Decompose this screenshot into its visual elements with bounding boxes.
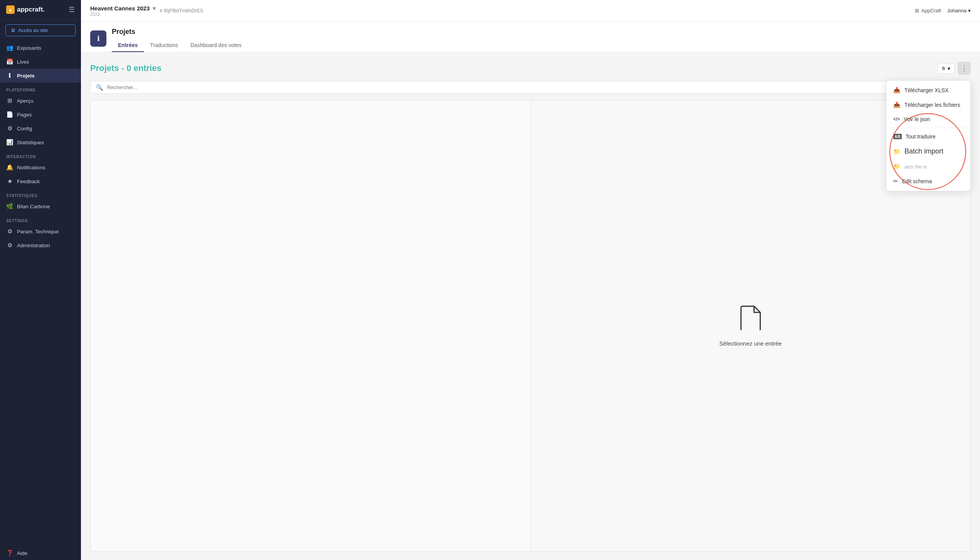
dropdown-telecharger-xlsx[interactable]: 📥 Télécharger XLSX <box>886 83 970 98</box>
empty-state: Sélectionnez une entrée <box>719 305 782 347</box>
document-icon <box>740 305 761 335</box>
event-name: Heavent Cannes 2023 <box>90 5 150 12</box>
sidebar-item-param-technique[interactable]: ⚙ Param. Technique <box>0 224 81 238</box>
sidebar-item-label: Exposants <box>17 45 41 51</box>
hash-icon: # <box>160 8 162 13</box>
sidebar-item-label: Aperçu <box>17 98 34 104</box>
content-title: Projets - 0 entries <box>90 63 162 73</box>
dropdown-menu: 📥 Télécharger XLSX 📤 Télécharger les fic… <box>886 80 971 191</box>
dropdown-divider-1 <box>886 128 970 128</box>
sidebar-section-statistiques: STATISTIQUES <box>0 188 81 199</box>
sidebar-item-apercu[interactable]: ⊞ Aperçu <box>0 94 81 108</box>
user-menu[interactable]: Johanna ▾ <box>947 8 971 13</box>
page-tabs: Entrées Traductions Dashboard des votes <box>112 39 248 52</box>
appcraft-label: ⊞ AppCraft <box>915 8 941 13</box>
logo-icon: ▲ <box>6 5 15 14</box>
access-site-button[interactable]: 🖥 Accès au site <box>5 24 76 36</box>
topbar-right: ⊞ AppCraft Johanna ▾ <box>915 8 971 13</box>
notifications-icon: 🔔 <box>6 164 13 171</box>
feedback-icon: ★ <box>6 178 13 185</box>
sidebar-item-bilan-carbone[interactable]: 🌿 Bilan Carbone <box>0 199 81 213</box>
download-xlsx-icon: 📥 <box>893 87 901 94</box>
lang-chevron-icon: ▾ <box>948 66 950 71</box>
event-year: 2023 <box>90 12 156 17</box>
event-id: # f0jPBdTmbhDrE5 <box>160 8 203 13</box>
logo-text: appcraft. <box>17 6 45 13</box>
administration-icon: ⚙ <box>6 242 13 249</box>
sidebar-item-statistiques[interactable]: 📊 Statistiques <box>0 135 81 149</box>
more-options-button[interactable]: ⋮ <box>958 62 971 75</box>
user-chevron-icon: ▾ <box>968 8 971 13</box>
table-wrapper: Sélectionnez une entrée <box>90 100 971 552</box>
statistiques-icon: 📊 <box>6 139 13 146</box>
sidebar-item-projets[interactable]: ℹ Projets <box>0 69 81 83</box>
tab-dashboard-votes[interactable]: Dashboard des votes <box>184 39 248 52</box>
projets-icon: ℹ <box>6 72 13 79</box>
sidebar-section-settings: SETTINGS <box>0 213 81 224</box>
lives-icon: 📅 <box>6 58 13 65</box>
bilan-carbone-icon: 🌿 <box>6 203 13 210</box>
sidebar-item-aide[interactable]: ❓ Aide <box>0 546 81 560</box>
dropdown-tout-traduire[interactable]: AB Tout traduire <box>886 130 970 143</box>
content-actions: fr ▾ ⋮ <box>938 62 971 75</box>
sidebar-item-label: Statistiques <box>17 140 44 145</box>
pages-icon: 📄 <box>6 111 13 118</box>
dropdown-telecharger-fichiers[interactable]: 📤 Télécharger les fichiers <box>886 98 970 112</box>
download-files-icon: 📤 <box>893 101 901 108</box>
exposants-icon: 👥 <box>6 44 13 51</box>
content-title-count: - 0 entries <box>121 63 162 73</box>
dropdown-edit-schema[interactable]: ✏ Edit schema <box>886 174 970 189</box>
edit-schema-icon: ✏ <box>893 178 898 185</box>
page-title: Projets <box>112 28 248 36</box>
sidebar-item-lives[interactable]: 📅 Lives <box>0 55 81 69</box>
table-left-panel <box>91 100 531 552</box>
sidebar: ▲ appcraft. ☰ 🖥 Accès au site 👥 Exposant… <box>0 0 81 560</box>
apercu-icon: ⊞ <box>6 97 13 104</box>
sidebar-item-config[interactable]: ⚙ Config <box>0 121 81 135</box>
monitor-icon: 🖥 <box>10 27 15 33</box>
event-id-value: f0jPBdTmbhDrE5 <box>164 8 203 13</box>
sidebar-item-label: Config <box>17 126 32 132</box>
sidebar-section-interaction: INTERACTION <box>0 149 81 160</box>
lang-value: fr <box>942 66 945 71</box>
sidebar-item-label: Administration <box>17 243 50 248</box>
sidebar-item-feedback[interactable]: ★ Feedback <box>0 174 81 188</box>
aide-icon: ❓ <box>6 550 13 557</box>
content-title-row: Projets - 0 entries fr ▾ ⋮ <box>90 62 971 75</box>
search-input[interactable] <box>107 84 909 90</box>
json-icon: </> <box>893 116 900 122</box>
sidebar-item-label: Notifications <box>17 165 45 170</box>
content-title-main: Projets <box>90 63 121 73</box>
main-content: Heavent Cannes 2023 ▾ 2023 # f0jPBdTmbhD… <box>81 0 980 560</box>
dropdown-voir-json[interactable]: </> Voir le json <box>886 112 970 126</box>
event-info: Heavent Cannes 2023 ▾ 2023 <box>90 5 156 17</box>
search-icon: 🔍 <box>96 84 103 91</box>
page-icon: ℹ <box>90 30 106 47</box>
batch-import-icon: 📁 <box>893 148 901 155</box>
sidebar-logo: ▲ appcraft. ☰ <box>0 0 81 20</box>
sidebar-item-exposants[interactable]: 👥 Exposants <box>0 41 81 55</box>
batch-file-icon: 📁 <box>893 163 901 170</box>
sidebar-item-label: Bilan Carbone <box>17 204 50 209</box>
sidebar-item-label: Projets <box>17 73 35 79</box>
event-dropdown-icon[interactable]: ▾ <box>153 5 156 12</box>
dropdown-batch-import[interactable]: 📁 Batch import <box>886 143 970 159</box>
dropdown-batch-file-sub: 📁 atch file in <box>886 159 970 174</box>
sidebar-item-pages[interactable]: 📄 Pages <box>0 108 81 121</box>
language-selector[interactable]: fr ▾ <box>938 63 955 74</box>
sidebar-section-plateforme: PLATEFORME <box>0 83 81 94</box>
page-header: ℹ Projets Entrées Traductions Dashboard … <box>81 22 980 52</box>
hamburger-icon[interactable]: ☰ <box>69 5 75 14</box>
topbar-left: Heavent Cannes 2023 ▾ 2023 # f0jPBdTmbhD… <box>90 5 203 17</box>
translate-icon: AB <box>893 134 902 139</box>
sidebar-item-label: Aide <box>17 550 27 556</box>
logo: ▲ appcraft. <box>6 5 45 14</box>
config-icon: ⚙ <box>6 125 13 132</box>
param-technique-icon: ⚙ <box>6 228 13 235</box>
tab-entries[interactable]: Entrées <box>112 39 144 52</box>
sidebar-item-notifications[interactable]: 🔔 Notifications <box>0 160 81 174</box>
sidebar-item-administration[interactable]: ⚙ Administration <box>0 238 81 252</box>
tab-traductions[interactable]: Traductions <box>144 39 184 52</box>
empty-state-text: Sélectionnez une entrée <box>719 340 782 347</box>
sidebar-item-label: Lives <box>17 59 29 65</box>
